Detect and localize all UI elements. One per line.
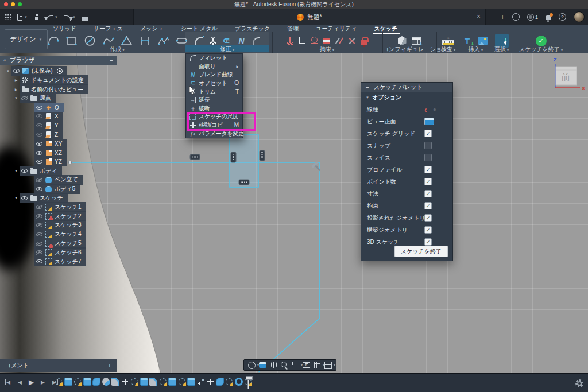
palette-minimize-icon[interactable]: − bbox=[366, 84, 369, 91]
timeline-feature-icon[interactable] bbox=[64, 378, 72, 386]
palette-options-section[interactable]: オプション bbox=[361, 92, 452, 103]
timeline-feature-icon[interactable] bbox=[55, 378, 62, 385]
tree-chevron-icon[interactable] bbox=[13, 78, 20, 82]
ribbon-tab[interactable]: サーフェス bbox=[94, 25, 123, 33]
equal-constraint-icon[interactable] bbox=[323, 38, 330, 44]
file-caret-icon[interactable]: ▼ bbox=[24, 15, 28, 19]
new-file-icon[interactable] bbox=[17, 14, 22, 21]
ribbon-tab[interactable]: シート メタル bbox=[181, 25, 218, 33]
browser-tree-row[interactable]: スケッチ6 bbox=[0, 248, 117, 257]
activate-component-icon[interactable] bbox=[57, 68, 63, 74]
palette-row-control[interactable] bbox=[424, 130, 432, 137]
browser-tree-row[interactable]: (未保存) bbox=[0, 67, 117, 76]
finish-sketch-label[interactable]: スケッチを終了 bbox=[512, 45, 570, 52]
timeline-feature-icon[interactable] bbox=[74, 378, 81, 385]
palette-row-control[interactable] bbox=[424, 166, 432, 173]
undo-caret-icon[interactable]: ▼ bbox=[55, 15, 58, 19]
visibility-eye-icon[interactable] bbox=[36, 133, 42, 137]
timeline-feature-icon[interactable] bbox=[102, 378, 110, 386]
timeline-feature-icon[interactable] bbox=[111, 378, 119, 386]
parallel-constraint-icon[interactable] bbox=[335, 37, 343, 45]
palette-row-control[interactable] bbox=[424, 214, 432, 222]
browser-tree-row[interactable]: X bbox=[0, 112, 117, 121]
timeline-feature-icon[interactable] bbox=[83, 378, 91, 386]
timeline-feature-icon[interactable] bbox=[197, 378, 205, 386]
visibility-eye-icon[interactable] bbox=[36, 232, 42, 236]
step-back-icon[interactable] bbox=[16, 378, 24, 386]
palette-row-control[interactable] bbox=[424, 106, 436, 112]
fix-constraint-icon[interactable] bbox=[287, 37, 293, 45]
browser-tree-row[interactable]: ボディ bbox=[0, 166, 117, 176]
palette-row-control[interactable] bbox=[424, 118, 434, 125]
insert-group-label[interactable]: 挿入 bbox=[461, 45, 490, 52]
palette-row-control[interactable] bbox=[424, 238, 432, 246]
undo-icon[interactable] bbox=[47, 15, 53, 21]
browser-tree-row[interactable]: スケッチ7 bbox=[0, 257, 117, 266]
palette-row-control[interactable] bbox=[424, 226, 432, 234]
visibility-eye-icon[interactable] bbox=[36, 214, 42, 218]
browser-tree-row[interactable]: XZ bbox=[0, 148, 117, 157]
palette-row-control[interactable] bbox=[424, 190, 432, 197]
insert-text-icon[interactable] bbox=[463, 36, 473, 46]
browser-tree-row[interactable]: スケッチ3 bbox=[0, 221, 117, 230]
select-group-label[interactable]: 選択 bbox=[492, 45, 511, 52]
tree-chevron-icon[interactable] bbox=[13, 169, 20, 173]
finish-sketch-check-icon[interactable] bbox=[536, 36, 547, 46]
ribbon-tab[interactable]: 管理 bbox=[287, 25, 299, 33]
palette-row-control[interactable] bbox=[424, 142, 432, 149]
timeline-feature-icon[interactable] bbox=[179, 378, 185, 385]
measure-ruler-icon[interactable] bbox=[442, 40, 454, 45]
macos-traffic-lights[interactable] bbox=[4, 2, 22, 6]
configuration-group-label[interactable]: コンフィギュレーション bbox=[383, 45, 435, 52]
timeline-playhead[interactable] bbox=[247, 376, 249, 389]
ribbon-tab[interactable]: プラスチック bbox=[235, 25, 270, 33]
tangent-constraint-icon[interactable] bbox=[311, 37, 318, 45]
ribbon-tab[interactable]: メッシュ bbox=[140, 25, 164, 33]
browser-tree-row[interactable]: スケッチ1 bbox=[0, 203, 117, 212]
save-icon[interactable] bbox=[34, 14, 40, 20]
insert-image-icon[interactable] bbox=[478, 37, 488, 45]
menu-item[interactable]: フィレット bbox=[186, 54, 242, 63]
tree-chevron-icon[interactable] bbox=[13, 87, 20, 91]
timeline-settings-gear-icon[interactable] bbox=[575, 379, 583, 387]
browser-tree-row[interactable]: Y bbox=[0, 121, 117, 130]
offset-icon[interactable] bbox=[223, 36, 233, 46]
palette-row-control[interactable] bbox=[424, 202, 432, 209]
play-icon[interactable] bbox=[28, 378, 35, 386]
notification-count[interactable]: 1 bbox=[527, 14, 538, 21]
help-icon[interactable] bbox=[559, 13, 566, 21]
browser-tree-row[interactable]: ペン立て bbox=[0, 176, 117, 185]
nav-tool-icon[interactable] bbox=[258, 361, 267, 369]
palette-header[interactable]: − スケッチ パレット bbox=[361, 83, 452, 92]
timeline-feature-icon[interactable] bbox=[187, 378, 195, 386]
new-tab-icon[interactable]: + bbox=[500, 13, 505, 21]
visibility-eye-icon[interactable] bbox=[36, 250, 42, 254]
visibility-eye-icon[interactable] bbox=[21, 196, 28, 200]
visibility-eye-icon[interactable] bbox=[21, 96, 28, 100]
zoom-window-button[interactable] bbox=[18, 2, 22, 6]
nav-tool-icon[interactable] bbox=[291, 361, 300, 369]
home-icon[interactable] bbox=[82, 17, 88, 21]
menu-item[interactable]: 延長 bbox=[186, 96, 242, 104]
minimize-panel-icon[interactable]: − bbox=[110, 57, 113, 64]
modify-group-label[interactable]: 修正 bbox=[185, 45, 269, 52]
palette-row-control[interactable] bbox=[424, 178, 432, 185]
trim-scissors-icon[interactable] bbox=[208, 36, 218, 46]
skip-to-start-icon[interactable] bbox=[5, 378, 12, 386]
nav-tool-icon[interactable] bbox=[247, 361, 256, 369]
visibility-eye-icon[interactable] bbox=[36, 151, 42, 155]
visibility-eye-icon[interactable] bbox=[36, 114, 42, 118]
timeline-feature-icon[interactable] bbox=[206, 378, 214, 386]
visibility-eye-icon[interactable] bbox=[36, 259, 42, 263]
configure-cube-icon[interactable] bbox=[398, 36, 407, 45]
perpendicular-constraint-icon[interactable] bbox=[299, 37, 305, 44]
add-comment-icon[interactable]: + bbox=[108, 362, 111, 369]
browser-tree-row[interactable]: Z bbox=[0, 130, 117, 139]
timeline-feature-icon[interactable] bbox=[235, 378, 243, 386]
lock-constraint-icon[interactable] bbox=[361, 40, 368, 45]
browser-tree-row[interactable]: 名前の付いたビュー bbox=[0, 85, 117, 94]
step-forward-icon[interactable] bbox=[39, 378, 47, 386]
create-group-label[interactable]: 作成 bbox=[51, 45, 184, 52]
minimize-window-button[interactable] bbox=[11, 2, 15, 6]
browser-tree-row[interactable]: スケッチ bbox=[0, 193, 117, 203]
